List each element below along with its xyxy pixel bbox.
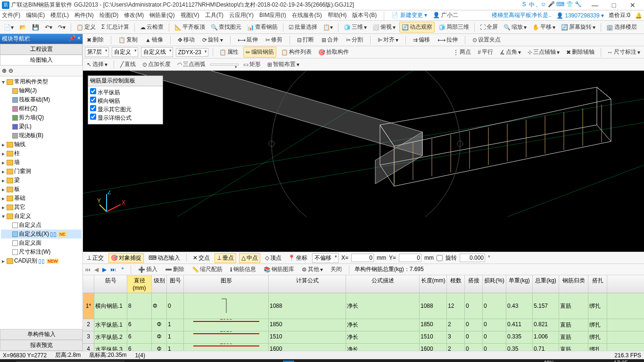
expand-all-icon[interactable]: ⊕ bbox=[2, 67, 7, 74]
trim-button[interactable]: ✂ 修剪 bbox=[264, 35, 284, 45]
tab-draw-input[interactable]: 绘图输入 bbox=[0, 55, 83, 66]
component-list-button[interactable]: 📋 构件列表 bbox=[279, 47, 314, 57]
arc-tool[interactable]: ◠ 三点画弧 bbox=[175, 59, 207, 69]
undo-icon[interactable]: ↶▾ bbox=[43, 23, 54, 32]
sum-button[interactable]: Σ 汇总计算 bbox=[99, 22, 131, 32]
rotate-toggle[interactable] bbox=[437, 255, 443, 261]
menu-rebar[interactable]: 钢筋量(Q) bbox=[149, 11, 174, 19]
select-tool[interactable]: ↖ 选择 ▾ bbox=[85, 59, 109, 69]
scale-rebar-button[interactable]: 📏 缩尺配筋 bbox=[190, 264, 224, 274]
select-floor-button[interactable]: 🏢 选择楼层 bbox=[604, 22, 639, 32]
table-row[interactable]: 1*横向钢筋.18Φ01088净长108812000.435.157直筋绑扎 bbox=[83, 293, 644, 319]
local-3d-button[interactable]: 🧊 局部三维 bbox=[437, 22, 471, 32]
rotate-input[interactable] bbox=[460, 254, 485, 262]
flat-top-button[interactable]: 📐 平齐板顶 bbox=[173, 22, 207, 32]
top-view-button[interactable]: ⬜ 俯视 ▾ bbox=[371, 22, 397, 32]
snap-perp[interactable]: ⊥ 垂点 bbox=[215, 253, 236, 263]
point-angle-button[interactable]: ∡ 点角 ▾ bbox=[498, 47, 523, 57]
nav-first-icon[interactable]: ⏮ bbox=[85, 266, 91, 273]
rotate-button[interactable]: ⟳ 旋转 ▾ bbox=[200, 35, 225, 45]
extend-button[interactable]: ⟷ 延伸 bbox=[236, 35, 260, 45]
menu-help[interactable]: 帮助(H) bbox=[328, 11, 347, 19]
bell-icon[interactable]: 🔔 bbox=[635, 12, 642, 19]
3d-button[interactable]: 🧊 三维 ▾ bbox=[342, 22, 369, 32]
delete-axis-button[interactable]: ✖ 删除辅轴 bbox=[564, 47, 596, 57]
mirror-button[interactable]: ▲ 镜像 bbox=[143, 35, 165, 45]
zoom-button[interactable]: 🔍 缩放 ▾ bbox=[502, 22, 528, 32]
stretch-button[interactable]: ⟷ 拉伸 bbox=[436, 35, 460, 45]
menu-component[interactable]: 构件(N) bbox=[74, 11, 94, 19]
align-button[interactable]: ⊫ 对齐 ▾ bbox=[376, 35, 400, 45]
menu-view[interactable]: 视图(V) bbox=[181, 11, 199, 19]
snap-coord[interactable]: 📍 坐标 bbox=[286, 254, 309, 263]
empty-dropdown[interactable] bbox=[210, 64, 239, 66]
nav-prev-icon[interactable]: ◀ bbox=[94, 266, 99, 273]
menu-floor[interactable]: 楼层(L) bbox=[50, 11, 69, 19]
menu-edit[interactable]: 编辑(E) bbox=[26, 11, 45, 19]
menu-draw[interactable]: 绘图(D) bbox=[99, 11, 119, 19]
move-button[interactable]: ✥ 移动 bbox=[176, 35, 197, 45]
split-button[interactable]: ✂ 分割 bbox=[344, 35, 365, 45]
delete-row-button[interactable]: ➖ 删除 bbox=[163, 264, 186, 274]
tree-item-custom-line[interactable]: 自定义线(X)▯▯NE bbox=[1, 230, 82, 239]
close-panel-button[interactable]: 关闭 bbox=[329, 264, 344, 274]
line-tool[interactable]: ╱ 直线 bbox=[118, 59, 138, 69]
open-icon[interactable]: 📂 bbox=[17, 23, 28, 32]
3d-viewport[interactable]: 钢筋显示控制面板 水平纵筋 横向钢筋 显示其它图元 显示详细公式 X Y Z bbox=[83, 71, 644, 252]
tray-clock[interactable]: 17:252018/7/31 bbox=[611, 360, 632, 362]
menu-file[interactable]: 文件(F) bbox=[2, 11, 20, 19]
snap-mid[interactable]: △ 中点 bbox=[239, 253, 260, 263]
redo-icon[interactable]: ↷▾ bbox=[56, 23, 67, 32]
set-grip-button[interactable]: ⊙ 设置夹点 bbox=[471, 35, 503, 45]
menu-tool[interactable]: 工具(T) bbox=[205, 11, 223, 19]
batch-select-button[interactable]: ☑ 批量选择 bbox=[287, 22, 319, 32]
insert-row-button[interactable]: ➕ 插入 bbox=[136, 264, 159, 274]
offset-button[interactable]: ⇉ 偏移 bbox=[411, 35, 432, 45]
dropdown-icon[interactable]: 📋▾ bbox=[321, 23, 335, 32]
table-row[interactable]: 3水平纵筋.26Φ115101510净长15103000.3351.006直筋绑… bbox=[83, 331, 644, 344]
pin-icon[interactable]: 📌 × bbox=[69, 35, 81, 43]
rect-tool[interactable]: ▭ 矩形 bbox=[241, 59, 263, 69]
chk-other[interactable] bbox=[90, 105, 96, 111]
ortho-toggle[interactable]: ⊥ 正交 bbox=[85, 254, 106, 263]
new-file-icon[interactable]: 📄▾ bbox=[2, 23, 16, 32]
close-button[interactable]: ✕ bbox=[623, 1, 642, 9]
screen-rotate-button[interactable]: 🔄 屏幕旋转 ▾ bbox=[559, 22, 597, 32]
rebar-display-panel[interactable]: 钢筋显示控制面板 水平纵筋 横向钢筋 显示其它图元 显示详细公式 bbox=[88, 75, 163, 124]
y-input[interactable] bbox=[399, 254, 421, 262]
floor-dropdown[interactable]: 第7层 bbox=[85, 47, 109, 57]
tab-report[interactable]: 报表预览 bbox=[0, 340, 83, 351]
fullscreen-button[interactable]: ⛶ 全屏 bbox=[478, 22, 500, 32]
nav-last-icon[interactable]: ⏭ bbox=[110, 266, 116, 273]
rebar-table[interactable]: 筋号 直径(mm) 级别 图号 图形 计算公式 公式描述 长度(mm) 根数 搭… bbox=[83, 275, 644, 351]
dynamic-view-button[interactable]: 🔄 动态观察 bbox=[399, 22, 435, 33]
delete-button[interactable]: ✖ 删除 bbox=[85, 35, 106, 45]
category-dropdown[interactable]: 自定义 bbox=[112, 47, 138, 57]
new-change-button[interactable]: 📄 新建变更 ▾ bbox=[391, 11, 427, 19]
other-button[interactable]: ⚙ 其他 ▾ bbox=[300, 264, 325, 274]
phone-label[interactable]: 👤 13907298339 ▾ bbox=[556, 12, 604, 19]
attribute-button[interactable]: 📋 属性 bbox=[217, 47, 240, 57]
cloud-check-button[interactable]: ☁ 云检查 bbox=[138, 22, 165, 32]
pan-button[interactable]: ✋ 平移 ▾ bbox=[530, 22, 557, 32]
user-badge[interactable]: 👤 广小二 bbox=[433, 11, 458, 19]
tab-project-settings[interactable]: 工程设置 bbox=[0, 44, 83, 55]
point-length-tool[interactable]: ⊙ 点加长度 bbox=[140, 59, 173, 69]
x-input[interactable] bbox=[351, 254, 374, 262]
chk-trans[interactable] bbox=[90, 97, 96, 103]
two-point-button[interactable]: ⋮ 两点 bbox=[451, 47, 473, 57]
copy-button[interactable]: 📋 复制 bbox=[116, 35, 140, 45]
tab-single-input[interactable]: 单构件输入 bbox=[0, 329, 83, 340]
code-dropdown[interactable]: ZDYX-23 bbox=[176, 48, 208, 57]
menu-modify[interactable]: 修改(M) bbox=[124, 11, 144, 19]
notification-message[interactable]: 楼梯里高端平板净长是.. bbox=[492, 11, 552, 19]
table-row[interactable]: 4水平纵筋.36Φ116001600净长16002000.350.71直筋绑扎 bbox=[83, 344, 644, 351]
collapse-all-icon[interactable]: ⊖ bbox=[8, 67, 13, 74]
chk-horiz[interactable] bbox=[90, 88, 96, 94]
pick-component-button[interactable]: 🎯 拾取构件 bbox=[316, 47, 351, 57]
view-rebar-button[interactable]: 📊 查看钢筋 bbox=[245, 22, 280, 32]
offset-mode-dropdown[interactable]: 不偏移 bbox=[312, 253, 339, 263]
menu-version[interactable]: 版本号(B) bbox=[352, 11, 377, 19]
menu-cloud[interactable]: 云应用(Y) bbox=[229, 11, 254, 19]
dyn-input-toggle[interactable]: ⌨ 动态输入 bbox=[147, 254, 182, 263]
